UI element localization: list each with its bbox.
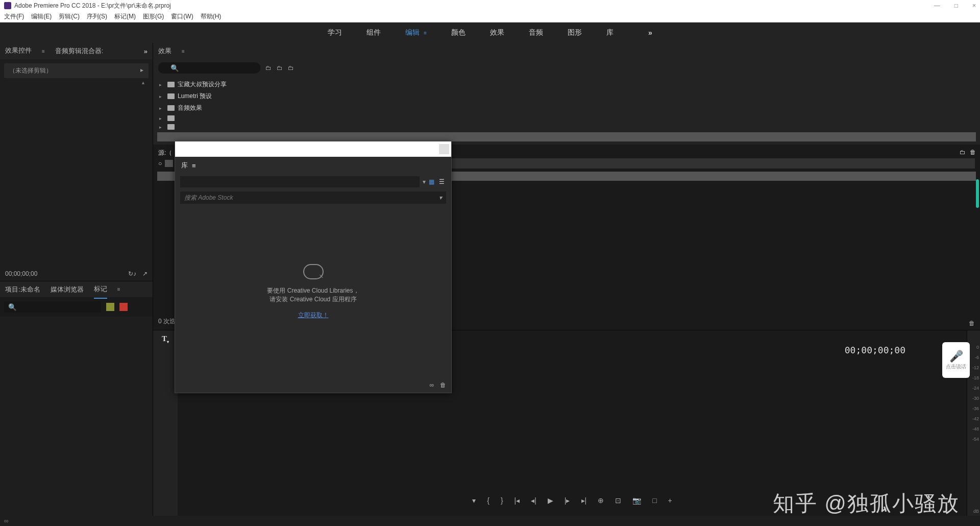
preset-icon-3[interactable]: 🗀 — [288, 64, 294, 71]
workspace-menu-icon[interactable]: ≡ — [424, 30, 427, 36]
list-view-icon[interactable]: ☰ — [439, 178, 446, 185]
calendar-icon[interactable] — [165, 160, 173, 167]
menu-clip[interactable]: 剪辑(C) — [59, 12, 80, 21]
app-logo-icon — [4, 2, 11, 9]
watermark: 知乎 @独孤小骚放 — [773, 489, 960, 518]
marker-color-red[interactable] — [119, 303, 128, 311]
workspace-overflow[interactable]: » — [648, 29, 652, 37]
cc-status-icon[interactable]: ∞ — [4, 517, 9, 524]
tree-item-preset[interactable]: ▸宝藏大叔预设分享 — [157, 79, 976, 90]
tree-item-lumetri[interactable]: ▸Lumetri 预设 — [157, 90, 976, 102]
menu-help[interactable]: 帮助(H) — [201, 12, 222, 21]
left-upper-footer: 00;00;00;00 ↻♪ ↗ — [0, 267, 153, 281]
cc-message-1: 要使用 Creative Cloud Libraries， — [267, 286, 359, 295]
effect-controls-body: （未选择剪辑）▸ ▲ — [0, 59, 153, 267]
settings-icon[interactable]: + — [668, 496, 672, 505]
tab-effects[interactable]: 效果 — [158, 42, 172, 60]
popup-tab-menu-icon[interactable]: ≡ — [192, 162, 196, 170]
effects-search-input[interactable] — [158, 62, 260, 74]
menu-graphics[interactable]: 图形(G) — [143, 12, 164, 21]
scrollbar-thumb[interactable] — [976, 179, 979, 208]
workspace-color[interactable]: 颜色 — [451, 28, 465, 37]
tab-project[interactable]: 项目:未命名 — [5, 281, 40, 298]
marker-color-olive[interactable] — [106, 303, 114, 311]
workspace-editing[interactable]: 编辑 — [405, 28, 420, 37]
delete-icon[interactable]: 🗑 — [970, 149, 976, 156]
tab-source[interactable]: 源:（ — [158, 149, 172, 157]
tab-overflow[interactable]: » — [144, 47, 148, 55]
tree-item-5[interactable]: ▸ — [157, 123, 976, 131]
menu-sequence[interactable]: 序列(S) — [87, 12, 107, 21]
tab-audio-mixer[interactable]: 音频剪辑混合器: — [55, 42, 104, 60]
library-popup: 库 ≡ ▾ ▦ ☰ 搜索 Adobe Stock ▾ 要使用 Creative … — [175, 141, 452, 393]
tree-item-4[interactable]: ▸ — [157, 114, 976, 123]
trash-icon[interactable]: 🗑 — [969, 320, 975, 327]
workspace-effects[interactable]: 效果 — [490, 28, 504, 37]
menu-file[interactable]: 文件(F) — [4, 12, 24, 21]
workspace-learn[interactable]: 学习 — [328, 28, 342, 37]
scroll-up-icon[interactable]: ▲ — [4, 78, 149, 87]
workspace-bar: 学习 组件 编辑 ≡ 颜色 效果 音频 图形 库 » — [0, 22, 980, 43]
add-marker-icon[interactable]: ▾ — [472, 496, 476, 505]
tree-item-selected[interactable] — [157, 132, 976, 141]
fit-icon[interactable]: □ — [652, 496, 656, 505]
tab-effect-controls[interactable]: 效果控件 — [5, 42, 32, 60]
lower-tab-menu-icon[interactable]: ≡ — [117, 286, 120, 292]
tab-menu-icon[interactable]: ≡ — [42, 49, 45, 54]
export-icon[interactable]: ↗ — [142, 270, 148, 277]
preset-icon-1[interactable]: 🗀 — [265, 64, 272, 71]
popup-trash-icon[interactable]: 🗑 — [440, 381, 446, 389]
cc-sync-icon[interactable]: ∞ — [429, 381, 434, 389]
tree-item-audio-fx[interactable]: ▸音频效果 — [157, 102, 976, 114]
tab-markers[interactable]: 标记 — [94, 280, 107, 299]
step-fwd-icon[interactable]: |▸ — [565, 496, 570, 505]
voice-input-widget[interactable]: 🎤 点击说话 — [942, 342, 970, 378]
titlebar: Adobe Premiere Pro CC 2018 - E:\pr文件\pr\… — [0, 0, 980, 11]
overwrite-icon[interactable]: ⊡ — [615, 496, 621, 505]
loop-icon[interactable]: ↻♪ — [128, 270, 136, 277]
close-button[interactable]: × — [972, 2, 976, 9]
minimize-button[interactable]: — — [934, 2, 940, 9]
window-title: Adobe Premiere Pro CC 2018 - E:\pr文件\pr\… — [14, 2, 171, 10]
maximize-button[interactable]: □ — [954, 2, 958, 9]
step-back-icon[interactable]: ◂| — [531, 496, 536, 505]
cc-message-2: 请安装 Creative Cloud 应用程序 — [270, 295, 356, 304]
type-tool-icon[interactable]: T▾ — [162, 334, 169, 344]
mark-out-icon[interactable]: } — [501, 496, 503, 505]
grid-view-icon[interactable]: ▦ — [429, 178, 436, 185]
view-folder-icon[interactable]: 🗀 — [960, 149, 966, 156]
no-clip-selected: （未选择剪辑）▸ — [4, 63, 149, 78]
workspace-graphics[interactable]: 图形 — [568, 28, 582, 37]
popup-tab-library[interactable]: 库 — [181, 161, 188, 170]
left-upper-tabs: 效果控件 ≡ 音频剪辑混合器: » — [0, 43, 153, 59]
menu-window[interactable]: 窗口(W) — [171, 12, 193, 21]
markers-toolbar — [0, 297, 153, 317]
mark-in-icon[interactable]: { — [487, 496, 489, 505]
workspace-assembly[interactable]: 组件 — [366, 28, 381, 37]
stock-search-input[interactable]: 搜索 Adobe Stock ▾ — [180, 192, 446, 204]
effects-tab-menu-icon[interactable]: ≡ — [182, 49, 185, 54]
export-frame-icon[interactable]: 📷 — [632, 496, 641, 505]
mic-label: 点击说话 — [946, 363, 966, 370]
menu-marker[interactable]: 标记(M) — [114, 12, 136, 21]
insert-icon[interactable]: ⊕ — [598, 496, 604, 505]
workspace-audio[interactable]: 音频 — [529, 28, 543, 37]
popup-titlebar[interactable] — [175, 141, 451, 157]
effects-panel-tabs: 效果 ≡ — [153, 43, 980, 59]
record-icon[interactable]: ○ — [158, 160, 162, 167]
preset-icon-2[interactable]: 🗀 — [277, 64, 283, 71]
cloud-offline-icon — [303, 264, 324, 279]
tab-media-browser[interactable]: 媒体浏览器 — [51, 281, 84, 298]
popup-close-icon[interactable] — [439, 144, 449, 154]
timeline-toolstrip: T▾ — [153, 330, 178, 516]
go-out-icon[interactable]: ▸| — [581, 496, 587, 505]
get-cc-link[interactable]: 立即获取！ — [298, 311, 329, 320]
menu-edit[interactable]: 编辑(E) — [31, 12, 52, 21]
markers-search-input[interactable] — [4, 301, 101, 313]
play-icon[interactable]: ▶ — [548, 496, 553, 505]
microphone-icon: 🎤 — [949, 350, 963, 363]
dropdown-caret-icon[interactable]: ▾ — [423, 178, 426, 185]
workspace-libraries[interactable]: 库 — [606, 28, 614, 37]
go-in-icon[interactable]: |◂ — [514, 496, 520, 505]
library-dropdown[interactable] — [180, 176, 420, 187]
